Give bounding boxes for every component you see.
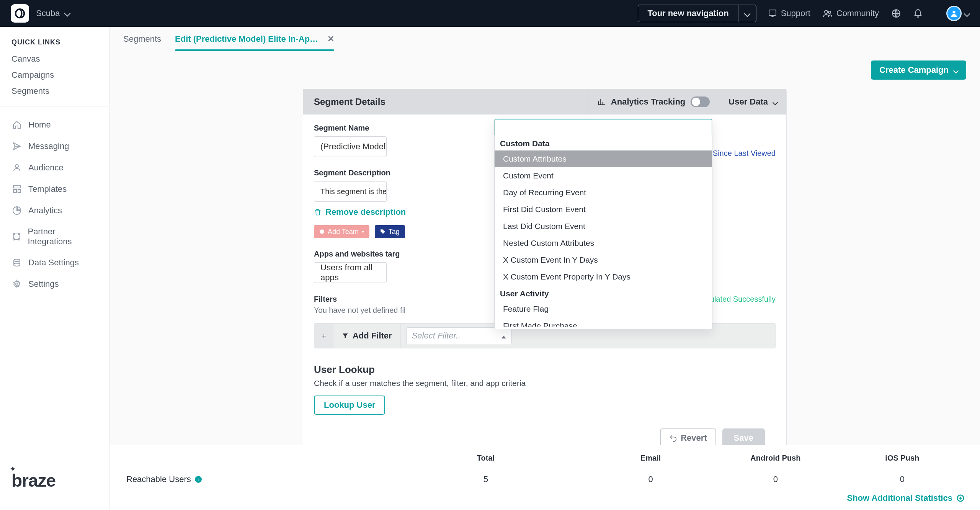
user-lookup-subtitle: Check if a user matches the segment, fil… — [314, 379, 776, 388]
dd-group-customdata: Custom Data — [495, 135, 712, 150]
user-lookup-title: User Lookup — [314, 364, 776, 376]
quicklink-canvas[interactable]: Canvas — [0, 51, 109, 67]
integrations-icon — [11, 231, 21, 242]
analytics-tracking-toggle[interactable]: Analytics Tracking — [588, 89, 719, 114]
workspace-switcher[interactable]: Scuba — [36, 8, 70, 18]
svg-point-11 — [18, 233, 20, 235]
chart-icon — [597, 98, 606, 106]
quicklink-segments[interactable]: Segments — [0, 83, 109, 99]
person-icon — [950, 9, 958, 18]
create-campaign-button[interactable]: Create Campaign — [871, 60, 966, 80]
info-icon[interactable]: i — [195, 476, 202, 483]
col-total: Total — [382, 454, 590, 463]
add-team-button[interactable]: Add Team ▾ — [314, 225, 369, 238]
dd-item[interactable]: X Custom Event Property In Y Days — [495, 268, 712, 285]
close-icon[interactable]: ✕ — [327, 34, 334, 44]
chevron-down-icon — [773, 97, 777, 107]
svg-point-3 — [828, 11, 831, 13]
revert-button[interactable]: Revert — [660, 428, 716, 445]
topbar: Scuba Tour new navigation Support Commun… — [0, 0, 980, 27]
svg-point-5 — [952, 11, 955, 13]
tab-segments[interactable]: Segments — [123, 27, 161, 51]
add-filter-label: Add Filter — [333, 324, 401, 348]
svg-point-0 — [16, 9, 24, 18]
dd-item[interactable]: Custom Attributes — [495, 150, 712, 167]
segment-description-input[interactable]: This segment is the o — [314, 181, 387, 202]
svg-point-13 — [18, 239, 20, 240]
send-icon — [11, 141, 22, 152]
val-email: 0 — [590, 474, 711, 484]
svg-point-15 — [16, 283, 18, 285]
svg-point-6 — [15, 165, 18, 168]
language-button[interactable] — [891, 8, 901, 18]
community-icon — [823, 9, 833, 18]
nav-messaging[interactable]: Messaging — [0, 136, 109, 157]
show-additional-stats[interactable]: Show Additional Statistics — [847, 493, 965, 503]
dd-item[interactable]: First Made Purchase — [495, 317, 712, 327]
user-menu[interactable] — [946, 6, 969, 21]
reachable-users-label: Reachable Users — [126, 474, 191, 484]
product-logo[interactable] — [11, 4, 29, 23]
gear-icon — [11, 279, 22, 289]
val-android: 0 — [711, 474, 840, 484]
tag-button[interactable]: Tag — [375, 225, 405, 238]
remove-description-link[interactable]: Remove description — [314, 207, 406, 217]
dd-item[interactable]: Feature Flag — [495, 301, 712, 317]
svg-rect-1 — [769, 10, 776, 15]
notifications-button[interactable] — [913, 8, 923, 18]
sidebar: QUICK LINKS Canvas Campaigns Segments Ho… — [0, 27, 109, 510]
avatar — [946, 6, 962, 21]
data-icon — [11, 257, 22, 268]
nav-integrations[interactable]: Partner Integrations — [0, 221, 109, 252]
nav-analytics[interactable]: Analytics — [0, 200, 109, 221]
toggle-off-icon[interactable] — [691, 96, 710, 107]
chevron-down-icon — [65, 10, 70, 18]
nav-datasettings[interactable]: Data Settings — [0, 252, 109, 273]
plus-circle-icon — [956, 494, 965, 502]
trash-icon — [314, 208, 322, 216]
tag-icon — [380, 229, 385, 234]
nav-settings[interactable]: Settings — [0, 273, 109, 295]
support-link[interactable]: Support — [768, 8, 810, 18]
tour-nav-button[interactable]: Tour new navigation — [638, 5, 756, 22]
dd-item[interactable]: Day of Recurring Event — [495, 184, 712, 201]
svg-point-10 — [13, 233, 15, 235]
svg-rect-7 — [13, 186, 20, 188]
nav-audience[interactable]: Audience — [0, 157, 109, 178]
dd-item[interactable]: First Did Custom Event — [495, 201, 712, 218]
stats-footer: Total Email Android Push iOS Push Reacha… — [109, 445, 980, 510]
dd-item[interactable]: Last Did Custom Event — [495, 218, 712, 235]
dd-item[interactable]: Custom Event — [495, 167, 712, 184]
nav-templates[interactable]: Templates — [0, 178, 109, 200]
templates-icon — [11, 184, 22, 195]
svg-rect-8 — [13, 190, 16, 193]
select-filter-dropdown[interactable]: Select Filter.. — [406, 327, 512, 344]
card-title: Segment Details — [303, 89, 588, 114]
svg-rect-9 — [18, 190, 20, 193]
tabstrip: Segments Edit (Predictive Model) Elite I… — [109, 27, 980, 51]
community-link[interactable]: Community — [823, 8, 879, 18]
workspace-name: Scuba — [36, 8, 60, 18]
col-android: Android Push — [711, 454, 840, 463]
logo-icon — [14, 8, 26, 19]
tour-nav-caret[interactable] — [738, 5, 756, 22]
apps-select[interactable]: Users from all apps — [314, 262, 387, 283]
val-ios: 0 — [840, 474, 965, 484]
col-ios: iOS Push — [840, 454, 965, 463]
segment-name-input[interactable]: (Predictive Model) Eli — [314, 136, 387, 157]
chevron-down-icon — [965, 8, 969, 18]
quicklinks-title: QUICK LINKS — [0, 38, 109, 51]
filters-label: Filters — [314, 295, 337, 304]
quicklink-campaigns[interactable]: Campaigns — [0, 67, 109, 83]
analytics-icon — [11, 205, 22, 216]
tab-edit-segment[interactable]: Edit (Predictive Model) Elite In-Ap… ✕ — [175, 27, 334, 51]
filter-search-input[interactable] — [495, 119, 712, 135]
nav-home[interactable]: Home — [0, 114, 109, 136]
svg-point-14 — [14, 259, 20, 262]
dd-item[interactable]: Nested Custom Attributes — [495, 235, 712, 252]
lookup-user-button[interactable]: Lookup User — [314, 396, 385, 415]
home-icon — [11, 119, 22, 130]
add-filter-plus[interactable]: ＋ — [314, 324, 333, 348]
dd-item[interactable]: X Custom Event In Y Days — [495, 252, 712, 268]
user-data-menu[interactable]: User Data — [719, 89, 786, 114]
